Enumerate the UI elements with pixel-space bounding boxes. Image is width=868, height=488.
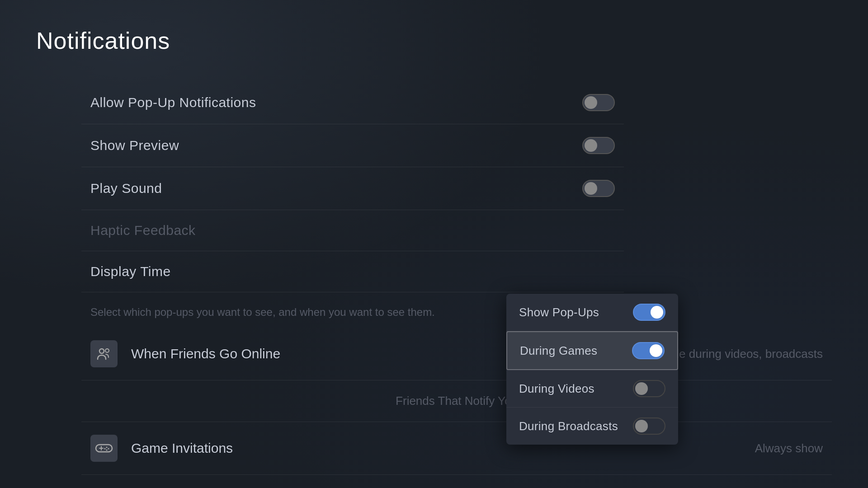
toggle-knob-play-sound	[585, 182, 597, 195]
toggle-knob-during-videos	[635, 382, 648, 395]
settings-list: Allow Pop-Up Notifications Show Preview …	[81, 81, 624, 292]
toggle-show-preview[interactable]	[582, 137, 615, 154]
friends-icon	[90, 340, 118, 367]
setting-row-display-time: Display Time	[81, 251, 624, 292]
setting-label-haptic-feedback: Haptic Feedback	[90, 223, 196, 238]
toggle-knob-show-preview	[585, 139, 597, 152]
svg-point-8	[104, 448, 106, 450]
setting-label-allow-popups: Allow Pop-Up Notifications	[90, 95, 256, 110]
info-section: Select which pop-ups you want to see, an…	[81, 297, 832, 328]
dropdown-label-show-popups: Show Pop-Ups	[519, 305, 599, 319]
setting-row-haptic-feedback: Haptic Feedback	[81, 210, 624, 251]
page-title: Notifications	[36, 27, 832, 54]
controller-icon	[90, 435, 118, 462]
setting-row-show-preview: Show Preview	[81, 124, 624, 167]
setting-label-display-time: Display Time	[90, 264, 171, 279]
setting-label-play-sound: Play Sound	[90, 181, 162, 196]
svg-point-1	[105, 349, 109, 352]
dropdown-item-during-broadcasts[interactable]: During Broadcasts	[506, 408, 678, 445]
setting-row-play-sound: Play Sound Show Pop-Ups During Games	[81, 167, 624, 210]
dropdown-item-during-games[interactable]: During Games	[506, 331, 678, 370]
dropdown-item-during-videos[interactable]: During Videos	[506, 370, 678, 408]
toggle-play-sound[interactable]	[582, 180, 615, 197]
svg-point-7	[106, 450, 108, 451]
toggle-allow-popups[interactable]	[582, 94, 615, 111]
dropdown-label-during-broadcasts: During Broadcasts	[519, 419, 618, 433]
toggle-show-popups[interactable]	[633, 304, 665, 321]
notification-status-game-invitations: Always show	[755, 441, 823, 455]
info-text: Select which pop-ups you want to see, an…	[81, 297, 832, 328]
dropdown-label-during-games: During Games	[520, 344, 597, 358]
svg-rect-2	[96, 445, 112, 452]
svg-point-5	[106, 447, 108, 448]
svg-point-6	[108, 448, 109, 450]
toggle-knob-show-popups	[651, 306, 663, 319]
notification-list: When Friends Go Online Hide during video…	[81, 328, 832, 475]
dropdown-item-show-popups[interactable]: Show Pop-Ups	[506, 294, 678, 331]
notification-item-friends-online[interactable]: When Friends Go Online Hide during video…	[81, 328, 832, 380]
toggle-during-games[interactable]	[632, 342, 665, 359]
friends-section-label: Friends That Notify You	[81, 380, 832, 422]
dropdown-label-during-videos: During Videos	[519, 382, 594, 396]
setting-label-show-preview: Show Preview	[90, 138, 179, 153]
toggle-knob-during-games	[650, 344, 662, 357]
toggle-knob-during-broadcasts	[635, 420, 648, 432]
toggle-during-broadcasts[interactable]	[633, 418, 665, 435]
notification-status-friends-online: Hide during videos, broadcasts	[661, 347, 823, 361]
notification-item-game-invitations[interactable]: Game Invitations Always show	[81, 422, 832, 475]
dropdown-menu: Show Pop-Ups During Games During Videos	[506, 294, 678, 445]
toggle-knob-allow-popups	[585, 96, 597, 109]
setting-row-allow-popups: Allow Pop-Up Notifications	[81, 81, 624, 124]
toggle-during-videos[interactable]	[633, 380, 665, 397]
svg-point-0	[99, 349, 104, 353]
